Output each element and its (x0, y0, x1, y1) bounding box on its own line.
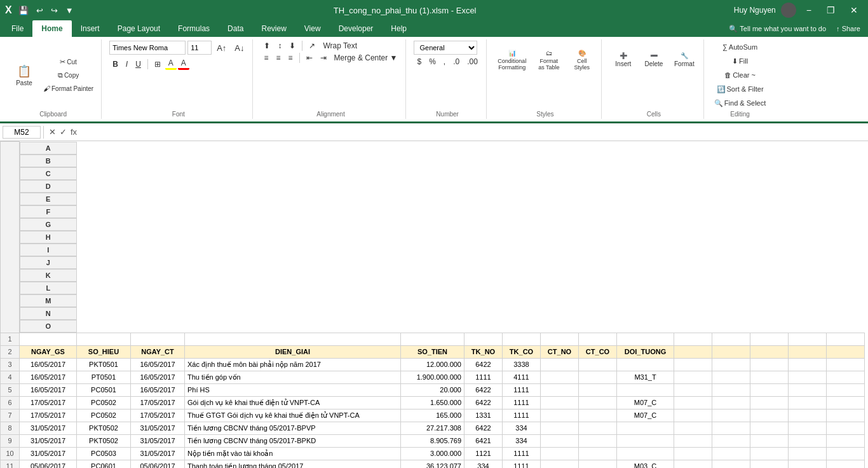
table-cell[interactable] (712, 396, 750, 409)
align-right-button[interactable]: ≡ (285, 53, 296, 63)
table-cell[interactable]: 1111 (503, 409, 541, 422)
table-cell[interactable] (579, 358, 617, 371)
tab-view[interactable]: View (295, 20, 330, 37)
table-cell[interactable]: 6422 (465, 383, 503, 396)
table-cell[interactable] (750, 409, 789, 422)
table-cell[interactable]: PKT0502 (77, 434, 131, 447)
col-header-J[interactable]: J (20, 256, 77, 269)
table-cell[interactable]: 31/05/2017 (20, 434, 77, 447)
table-cell[interactable]: 05/06/2017 (20, 460, 77, 468)
table-cell[interactable] (579, 447, 617, 460)
format-as-table-button[interactable]: 🗂 Format as Table (532, 41, 566, 79)
table-cell[interactable] (617, 358, 674, 371)
table-cell[interactable] (541, 447, 579, 460)
table-cell[interactable] (674, 447, 712, 460)
table-cell[interactable]: M03_C (617, 460, 674, 468)
table-cell[interactable]: 31/05/2017 (20, 422, 77, 434)
tab-insert[interactable]: Insert (72, 20, 109, 37)
find-select-button[interactable]: 🔍 Find & Select (712, 97, 768, 109)
tab-formulas[interactable]: Formulas (169, 20, 219, 37)
insert-function-icon[interactable]: fx (71, 127, 77, 137)
table-cell[interactable] (674, 434, 712, 447)
table-cell[interactable] (674, 345, 712, 358)
table-cell[interactable] (827, 422, 865, 434)
table-cell[interactable]: 31/05/2017 (131, 434, 185, 447)
table-cell[interactable] (185, 333, 401, 345)
table-cell[interactable]: 334 (503, 434, 541, 447)
table-cell[interactable]: Gói dịch vụ kê khai thuế điện tử VNPT-CA (185, 396, 401, 409)
font-color-button[interactable]: A (178, 58, 189, 70)
table-cell[interactable] (827, 409, 865, 422)
table-cell[interactable] (827, 383, 865, 396)
insert-cells-button[interactable]: ➕ Insert (609, 41, 637, 79)
table-cell[interactable]: 31/05/2017 (131, 422, 185, 434)
table-cell[interactable] (579, 409, 617, 422)
table-cell[interactable] (617, 447, 674, 460)
table-cell[interactable] (750, 345, 789, 358)
table-cell[interactable] (712, 422, 750, 434)
table-cell[interactable]: DIEN_GIAI (185, 345, 401, 358)
table-cell[interactable]: PC0503 (77, 447, 131, 460)
table-cell[interactable] (465, 333, 503, 345)
table-cell[interactable] (789, 358, 827, 371)
table-cell[interactable]: 1111 (503, 396, 541, 409)
merge-center-button[interactable]: Merge & Center ▼ (331, 53, 401, 63)
table-cell[interactable] (674, 409, 712, 422)
table-cell[interactable]: PC0502 (77, 396, 131, 409)
table-cell[interactable] (541, 371, 579, 383)
table-cell[interactable]: NGAY_GS (20, 345, 77, 358)
table-cell[interactable]: 36.123.077 (401, 460, 465, 468)
tell-me-input[interactable]: 🔍 Tell me what you want to do (724, 22, 831, 36)
table-cell[interactable]: 1.650.000 (401, 396, 465, 409)
table-cell[interactable] (674, 460, 712, 468)
table-cell[interactable]: 16/05/2017 (131, 371, 185, 383)
table-cell[interactable]: Thuế GTGT Gói dịch vụ kê khai thuế điện … (185, 409, 401, 422)
col-header-I[interactable]: I (20, 244, 77, 256)
table-cell[interactable] (579, 422, 617, 434)
table-cell[interactable] (579, 333, 617, 345)
table-cell[interactable]: 16/05/2017 (20, 358, 77, 371)
table-cell[interactable]: Phí HS (185, 383, 401, 396)
table-cell[interactable] (541, 409, 579, 422)
percent-button[interactable]: % (426, 57, 439, 67)
tab-review[interactable]: Review (252, 20, 295, 37)
format-painter-button[interactable]: 🖌 Format Painter (41, 82, 96, 95)
table-cell[interactable]: Nộp tiền mặt vào tài khoản (185, 447, 401, 460)
fill-button[interactable]: ⬇ Fill (712, 55, 768, 67)
table-cell[interactable]: 6421 (465, 434, 503, 447)
copy-button[interactable]: ⧉ Copy (41, 69, 96, 81)
table-cell[interactable] (712, 358, 750, 371)
table-cell[interactable] (827, 358, 865, 371)
table-cell[interactable]: 16/05/2017 (131, 358, 185, 371)
table-cell[interactable]: PC0501 (77, 383, 131, 396)
table-cell[interactable] (789, 422, 827, 434)
table-cell[interactable] (789, 371, 827, 383)
table-cell[interactable] (674, 333, 712, 345)
col-header-F[interactable]: F (20, 205, 77, 218)
table-cell[interactable] (674, 422, 712, 434)
table-cell[interactable]: 17/05/2017 (131, 409, 185, 422)
table-cell[interactable]: 3.000.000 (401, 447, 465, 460)
table-cell[interactable]: 6422 (465, 358, 503, 371)
increase-decimal-button[interactable]: .00 (464, 57, 481, 67)
table-cell[interactable] (617, 333, 674, 345)
table-cell[interactable] (541, 396, 579, 409)
table-cell[interactable]: PC0601 (77, 460, 131, 468)
font-name-input[interactable] (109, 41, 186, 55)
table-cell[interactable] (750, 371, 789, 383)
table-cell[interactable]: DOI_TUONG (617, 345, 674, 358)
table-cell[interactable] (750, 434, 789, 447)
align-center-button[interactable]: ≡ (273, 53, 284, 63)
table-cell[interactable]: M07_C (617, 396, 674, 409)
table-cell[interactable] (789, 383, 827, 396)
table-cell[interactable]: 165.000 (401, 409, 465, 422)
table-cell[interactable] (579, 371, 617, 383)
table-cell[interactable] (20, 333, 77, 345)
conditional-formatting-button[interactable]: 📊 Conditional Formatting (494, 41, 530, 79)
table-cell[interactable] (712, 371, 750, 383)
table-cell[interactable]: 1121 (465, 447, 503, 460)
col-header-H[interactable]: H (20, 231, 77, 244)
font-size-input[interactable] (187, 41, 212, 55)
qat-dropdown-button[interactable]: ▼ (63, 4, 76, 17)
align-left-button[interactable]: ≡ (261, 53, 271, 63)
